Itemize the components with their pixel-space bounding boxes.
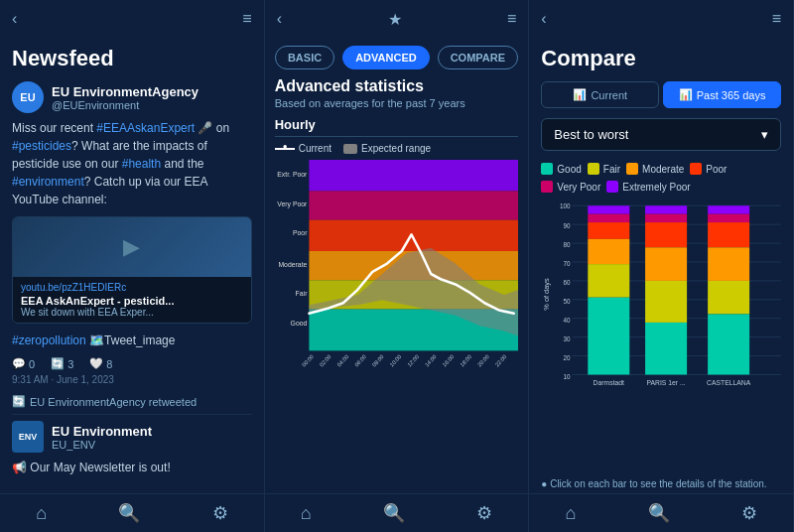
legend-line-icon [275,148,295,150]
menu-icon-3[interactable]: ≡ [772,10,781,28]
search-nav-1[interactable]: 🔍 [118,502,140,524]
search-nav-2[interactable]: 🔍 [383,502,405,524]
toggle-current[interactable]: 📊 Current [541,81,659,108]
settings-nav-2[interactable]: ⚙ [476,502,492,524]
svg-text:22:00: 22:00 [493,353,507,368]
svg-text:18:00: 18:00 [459,353,472,368]
link-preview-1[interactable]: ▶ youtu.be/pzZ1HEDIERc EEA AskAnExpert -… [12,216,252,324]
compare-bottom-nav: ⌂ 🔍 ⚙ [529,493,793,532]
like-count[interactable]: 🤍 8 [89,357,112,370]
newsfeed-topbar: ‹ ≡ [0,0,264,38]
svg-text:30: 30 [564,335,572,342]
bar-cast-poor[interactable] [708,222,749,247]
svg-text:04:00: 04:00 [335,353,349,368]
star-icon[interactable]: ★ [388,10,402,29]
tab-advanced[interactable]: ADVANCED [342,46,430,69]
newsfeed-panel: ‹ ≡ Newsfeed EU EU EnvironmentAgency @EU… [0,0,265,532]
svg-text:08:00: 08:00 [371,353,385,368]
sort-dropdown[interactable]: Best to worst ▾ [541,118,781,151]
svg-text:16:00: 16:00 [441,353,455,368]
aqi-chart: Extr. Poor Very Poor Poor Moderate Fair … [275,160,519,388]
home-nav-2[interactable]: ⌂ [301,503,312,524]
legend-fair-box [588,163,599,175]
bar-paris-poor[interactable] [645,222,687,247]
legend-box-icon [343,144,357,154]
link-preview-image: ▶ [13,217,251,277]
svg-text:00:00: 00:00 [301,353,315,368]
menu-icon-2[interactable]: ≡ [507,10,516,28]
section-label: Hourly [275,117,519,137]
author-handle-1: @EUEnvironment [52,99,198,111]
avatar-2: ENV [12,421,44,453]
tweet-1-time: 9:31 AM · June 1, 2023 [12,374,252,385]
bar-cast-vp[interactable] [708,214,749,222]
back-icon-2[interactable]: ‹ [277,10,282,28]
back-icon[interactable]: ‹ [12,10,17,28]
link-url: youtu.be/pzZ1HEDIERc [21,282,243,293]
bar-darmstadt-vp[interactable] [589,214,630,222]
sort-label: Best to worst [554,127,628,142]
menu-icon[interactable]: ≡ [242,10,251,28]
svg-text:10: 10 [564,373,572,380]
svg-text:02:00: 02:00 [319,353,332,368]
tweet-2-text: 📢 Our May Newsletter is out! Get your mo… [12,459,252,493]
svg-text:40: 40 [564,317,572,324]
stats-subtitle: Based on averages for the past 7 years [275,97,519,109]
bar-darmstadt-ep[interactable] [589,205,630,213]
svg-text:12:00: 12:00 [406,353,420,368]
svg-text:PARIS 1er ...: PARIS 1er ... [647,379,686,386]
bar-darmstadt-good[interactable] [589,298,630,375]
svg-rect-2 [309,220,518,251]
tweet-1-actions: 💬 0 🔄 3 🤍 8 [12,357,252,370]
tab-bar: BASIC ADVANCED COMPARE [265,38,529,77]
comment-count[interactable]: 💬 0 [12,357,35,370]
svg-text:Good: Good [290,320,307,328]
svg-text:Darmstadt: Darmstadt [594,379,625,386]
svg-rect-1 [309,191,518,219]
svg-text:Poor: Poor [293,229,308,237]
legend-ext-poor: Extremely Poor [606,181,690,193]
legend-current: Current [275,143,331,154]
bar-paris-ep[interactable] [645,205,687,213]
settings-nav-3[interactable]: ⚙ [741,502,757,524]
retweet-count[interactable]: 🔄 3 [51,357,73,370]
svg-text:10:00: 10:00 [388,353,402,368]
bar-darmstadt-fair[interactable] [589,264,630,298]
settings-nav-1[interactable]: ⚙ [212,502,228,524]
bar-cast-ep[interactable] [708,205,749,213]
stats-title: Advanced statistics [275,77,519,95]
legend-very-poor: Very Poor [541,181,600,193]
compare-chart-area: % of days 100 90 80 70 60 50 40 30 20 10 [529,200,793,474]
legend-expected: Expected range [343,143,431,154]
tab-compare[interactable]: COMPARE [438,46,518,69]
bar-cast-mod[interactable] [708,247,749,281]
svg-text:CASTELLANA: CASTELLANA [707,379,751,386]
legend-very-poor-box [541,181,553,193]
svg-text:06:00: 06:00 [353,353,367,368]
calendar-icon: 📊 [679,88,693,101]
search-nav-3[interactable]: 🔍 [648,502,670,524]
bar-cast-fair[interactable] [708,281,749,315]
bar-paris-vp[interactable] [645,214,687,222]
bar-paris-mod[interactable] [645,247,687,281]
back-icon-3[interactable]: ‹ [541,10,546,28]
author-handle-2: EU_ENV [52,439,152,451]
svg-text:Very Poor: Very Poor [277,200,308,208]
legend-fair: Fair [588,163,620,175]
home-nav-3[interactable]: ⌂ [565,503,576,524]
tab-basic[interactable]: BASIC [275,46,334,69]
home-nav-1[interactable]: ⌂ [36,503,47,524]
bar-paris-fair[interactable] [645,281,687,323]
author-name-1: EU EnvironmentAgency [52,84,198,99]
svg-text:100: 100 [560,202,571,209]
bar-cast-good[interactable] [708,315,749,375]
toggle-past365[interactable]: 📊 Past 365 days [663,81,781,108]
bar-paris-good[interactable] [645,323,687,375]
svg-text:20: 20 [564,354,572,361]
bar-darmstadt-mod[interactable] [589,239,630,264]
legend-moderate: Moderate [626,163,684,175]
aqi-chart-svg: Extr. Poor Very Poor Poor Moderate Fair … [275,160,519,388]
svg-text:80: 80 [564,241,572,248]
bar-darmstadt-poor[interactable] [589,222,630,239]
legend-good-box [541,163,553,175]
